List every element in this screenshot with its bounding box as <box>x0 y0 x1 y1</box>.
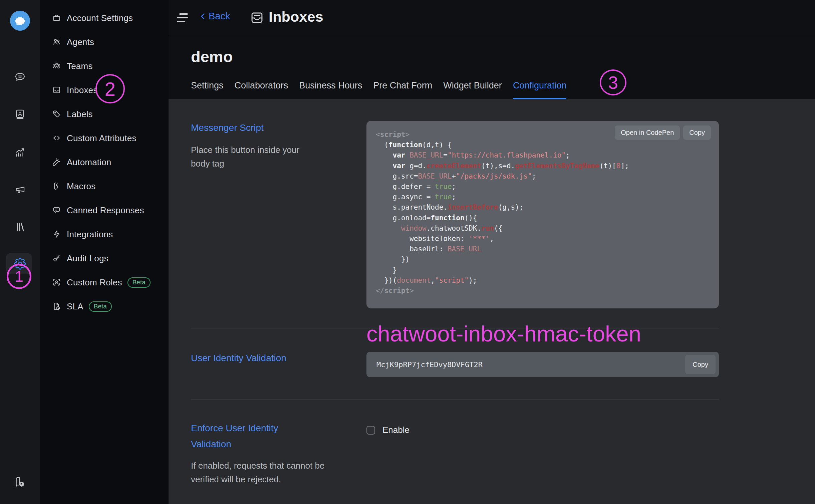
back-label: Back <box>209 11 230 22</box>
sidebar-item-contacts[interactable] <box>0 108 40 120</box>
conversations-icon <box>14 71 26 82</box>
sla-icon <box>52 302 61 311</box>
sidebar-item-label: Custom Roles <box>67 277 122 288</box>
sidebar-item-docs[interactable] <box>0 476 40 488</box>
inbox-icon <box>52 85 61 95</box>
inbox-name-title: demo <box>191 47 233 66</box>
sidebar-item-teams[interactable]: Teams <box>40 54 169 78</box>
macro-icon <box>52 182 61 191</box>
section-divider <box>191 399 719 400</box>
sidebar-item-labels[interactable]: Labels <box>40 102 169 126</box>
tag-icon <box>52 109 61 119</box>
sidebar-item-custom-roles[interactable]: Custom RolesBeta <box>40 270 169 294</box>
hmac-token-bar: McjK9pRP7jcfEDvy8DVFGT2R Copy <box>366 352 719 377</box>
role-icon <box>52 278 61 287</box>
sidebar-item-integrations[interactable]: Integrations <box>40 222 169 246</box>
sidebar-item-label: Canned Responses <box>67 205 144 216</box>
hmac-token-annotation: chatwoot-inbox-hmac-token <box>366 321 641 346</box>
sidebar-item-label: Custom Attributes <box>67 133 137 144</box>
page-header-title: Inboxes <box>269 9 323 25</box>
user-identity-validation-title: User Identity Validation <box>191 353 286 363</box>
tab-pre-chat-form[interactable]: Pre Chat Form <box>373 80 432 99</box>
sidebar-item-agents[interactable]: Agents <box>40 30 169 54</box>
sidebar-item-campaigns[interactable] <box>0 184 40 195</box>
sidebar-item-conversations[interactable] <box>0 71 40 82</box>
sidebar-item-reports[interactable] <box>0 147 40 158</box>
sidebar-item-macros[interactable]: Macros <box>40 174 169 198</box>
sidebar-item-label: Labels <box>67 109 93 119</box>
copy-script-button[interactable]: Copy <box>683 125 711 140</box>
messenger-script-code: <script> (function(d,t) { var BASE_URL="… <box>376 130 712 303</box>
briefcase-icon <box>52 13 61 23</box>
tab-widget-builder[interactable]: Widget Builder <box>443 80 502 99</box>
beta-badge: Beta <box>89 301 112 312</box>
bolt-icon <box>52 230 61 239</box>
contacts-icon <box>14 108 26 120</box>
configuration-content: Messenger Script Place this button insid… <box>169 99 815 504</box>
sidebar-item-label: Macros <box>67 181 95 192</box>
back-button[interactable]: Back <box>199 11 230 22</box>
hmac-token-value: McjK9pRP7jcfEDvy8DVFGT2R <box>376 352 483 377</box>
sidebar-item-custom-attributes[interactable]: Custom Attributes <box>40 126 169 150</box>
sidebar-item-label: Inboxes <box>67 85 97 95</box>
chat-icon <box>52 206 61 215</box>
sidebar-item-help-center[interactable] <box>0 221 40 233</box>
topbar: Back Inboxes <box>169 0 815 36</box>
sidebar-item-label: SLA <box>67 301 83 312</box>
enforce-validation-description: If enabled, requests that cannot be veri… <box>191 459 331 486</box>
reports-icon <box>14 147 26 158</box>
sidebar-item-label: Teams <box>67 61 93 71</box>
logo-icon <box>10 11 30 31</box>
tab-configuration[interactable]: Configuration <box>513 80 567 99</box>
inbox-page-head: demo SettingsCollaboratorsBusiness Hours… <box>169 36 815 99</box>
chevron-left-icon <box>199 12 207 21</box>
enforce-validation-title: Enforce User Identity Validation <box>191 420 291 452</box>
inbox-icon <box>250 11 264 25</box>
tab-settings[interactable]: Settings <box>191 80 224 99</box>
messenger-script-description: Place this button inside your body tag <box>191 143 318 171</box>
tab-business-hours[interactable]: Business Hours <box>299 80 362 99</box>
inbox-tabs: SettingsCollaboratorsBusiness HoursPre C… <box>191 80 566 99</box>
copy-token-button[interactable]: Copy <box>685 355 716 374</box>
messenger-script-title: Messenger Script <box>191 122 264 133</box>
gear-icon <box>14 258 26 270</box>
sidebar-item-account-settings[interactable]: Account Settings <box>40 6 169 30</box>
enable-checkbox-label: Enable <box>382 425 410 435</box>
messenger-script-code-block: <script> (function(d,t) { var BASE_URL="… <box>366 121 719 308</box>
main-panel: Back Inboxes demo SettingsCollaboratorsB… <box>169 0 815 504</box>
sidebar-item-automation[interactable]: Automation <box>40 150 169 174</box>
menu-icon[interactable] <box>177 12 189 24</box>
sidebar-item-canned-responses[interactable]: Canned Responses <box>40 198 169 222</box>
enable-row: Enable <box>366 425 410 435</box>
settings-sidebar: Account SettingsAgentsTeamsInboxesLabels… <box>40 0 169 504</box>
sidebar-item-settings-active[interactable] <box>0 258 40 270</box>
enable-checkbox[interactable] <box>366 426 375 435</box>
app-icon-rail <box>0 0 40 504</box>
app-logo[interactable] <box>0 11 40 31</box>
sidebar-item-inboxes[interactable]: Inboxes <box>40 78 169 102</box>
agents-icon <box>52 37 61 47</box>
library-icon <box>14 221 26 233</box>
key-icon <box>52 254 61 263</box>
sidebar-item-audit-logs[interactable]: Audit Logs <box>40 246 169 270</box>
teams-icon <box>52 61 61 71</box>
wand-icon <box>52 158 61 167</box>
sidebar-item-label: Automation <box>67 157 111 168</box>
code-icon <box>52 134 61 143</box>
sidebar-item-label: Integrations <box>67 229 113 240</box>
sidebar-item-label: Audit Logs <box>67 253 108 264</box>
book-globe-icon <box>14 476 26 488</box>
beta-badge: Beta <box>127 277 151 288</box>
sidebar-item-sla[interactable]: SLABeta <box>40 294 169 318</box>
sidebar-item-label: Agents <box>67 37 94 47</box>
open-in-codepen-button[interactable]: Open in CodePen <box>615 125 680 140</box>
sidebar-item-label: Account Settings <box>67 13 133 23</box>
megaphone-icon <box>14 184 26 195</box>
tab-collaborators[interactable]: Collaborators <box>235 80 288 99</box>
